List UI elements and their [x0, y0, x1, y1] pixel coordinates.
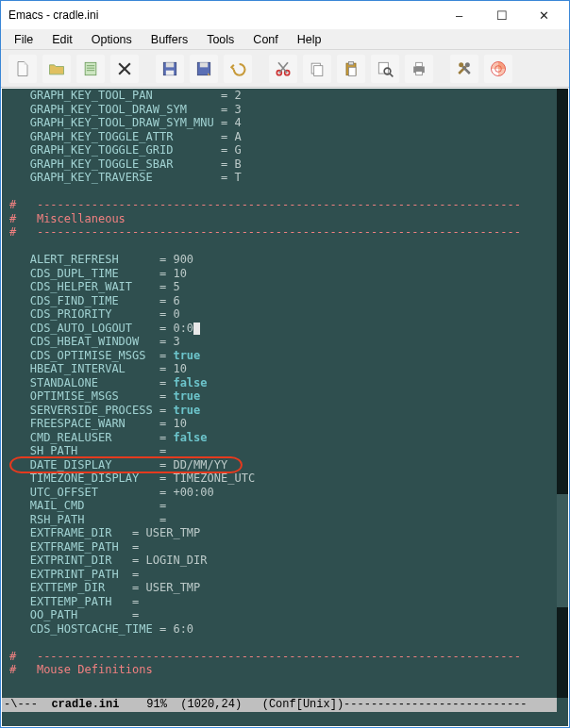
prefs-icon[interactable] [450, 55, 478, 83]
menu-help[interactable]: Help [290, 31, 329, 48]
toolbar [1, 50, 569, 88]
new-file-icon[interactable] [8, 55, 37, 83]
svg-rect-8 [166, 70, 174, 74]
editor-area: GRAPH_KEY_TOOL_PAN = 2 GRAPH_KEY_TOOL_DR… [2, 89, 568, 712]
svg-point-27 [465, 62, 470, 67]
svg-rect-19 [349, 67, 357, 75]
help-icon[interactable] [484, 55, 512, 83]
menu-options[interactable]: Options [84, 31, 140, 48]
svg-rect-16 [314, 65, 323, 75]
menubar: File Edit Options Buffers Tools Conf Hel… [1, 29, 569, 50]
save-icon[interactable] [156, 55, 184, 83]
svg-rect-24 [416, 62, 423, 66]
titlebar: Emacs - cradle.ini – ☐ ✕ [1, 1, 569, 29]
svg-rect-18 [349, 61, 354, 64]
open-file-icon[interactable] [42, 55, 71, 83]
cut-icon[interactable] [269, 55, 297, 83]
search-icon[interactable] [371, 55, 399, 83]
menu-edit[interactable]: Edit [44, 31, 80, 48]
kill-buffer-icon[interactable] [110, 55, 139, 83]
svg-point-29 [459, 62, 463, 67]
svg-rect-25 [416, 71, 423, 74]
maximize-button[interactable]: ☐ [480, 2, 523, 28]
undo-icon[interactable] [224, 55, 252, 83]
menu-file[interactable]: File [7, 31, 41, 48]
modeline: -\--- cradle.ini 91% (1020,24) (Conf[Uni… [2, 698, 557, 712]
minibuffer[interactable] [2, 712, 568, 726]
menu-conf[interactable]: Conf [245, 31, 285, 48]
paste-icon[interactable] [337, 55, 365, 83]
menu-tools[interactable]: Tools [199, 31, 242, 48]
vertical-scrollbar[interactable] [557, 89, 568, 698]
svg-rect-7 [166, 62, 174, 67]
svg-line-22 [390, 74, 393, 76]
print-icon[interactable] [405, 55, 433, 83]
scrollbar-thumb[interactable] [557, 494, 568, 607]
menu-buffers[interactable]: Buffers [143, 31, 195, 48]
close-button[interactable]: ✕ [523, 2, 565, 28]
svg-rect-10 [200, 62, 208, 67]
dired-icon[interactable] [76, 55, 105, 83]
copy-icon[interactable] [303, 55, 331, 83]
minimize-button[interactable]: – [438, 2, 480, 28]
save-as-icon[interactable] [190, 55, 218, 83]
window-title: Emacs - cradle.ini [8, 8, 438, 22]
editor-content[interactable]: GRAPH_KEY_TOOL_PAN = 2 GRAPH_KEY_TOOL_DR… [8, 89, 557, 698]
svg-rect-0 [85, 62, 96, 74]
